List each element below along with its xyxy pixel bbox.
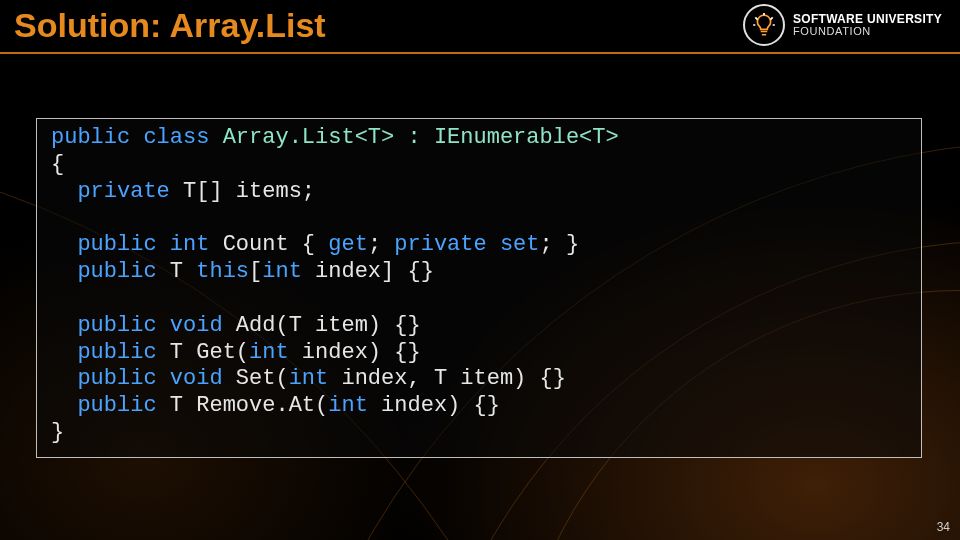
logo-text-line2: FOUNDATION xyxy=(793,26,942,38)
lightbulb-icon xyxy=(743,4,785,46)
code-content: public class Array.List<T> : IEnumerable… xyxy=(51,125,907,447)
brand-logo: SOFTWARE UNIVERSITY FOUNDATION xyxy=(743,4,942,46)
page-number: 34 xyxy=(937,520,950,534)
logo-text-line1: SOFTWARE UNIVERSITY xyxy=(793,13,942,26)
code-block: public class Array.List<T> : IEnumerable… xyxy=(36,118,922,458)
title-underline xyxy=(0,52,960,54)
slide-title: Solution: Array.List xyxy=(14,6,326,45)
